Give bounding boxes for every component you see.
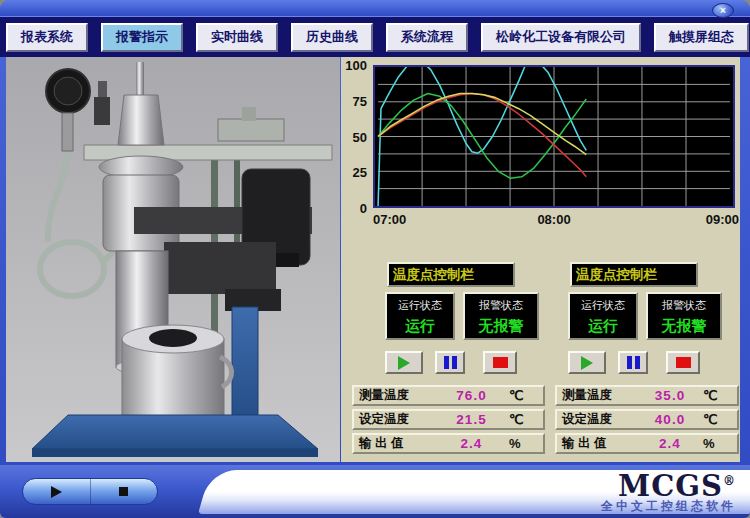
runtime-stop-button[interactable] [90, 479, 158, 504]
stand-column [232, 307, 258, 419]
group-title: 温度点控制栏 [387, 262, 515, 287]
stop-icon [119, 487, 128, 496]
measurement-table-2: 测量温度 35.0 ℃ 设定温度 40.0 ℃ 输 出 值 2.4 % [555, 385, 739, 457]
y-tick: 75 [353, 93, 367, 108]
pause-icon [627, 356, 640, 369]
pause-button[interactable] [435, 351, 465, 374]
run-status-value: 运行 [570, 317, 636, 336]
temperature-control-group-2: 温度点控制栏 运行状态 运行 报警状态 无报警 [568, 262, 724, 377]
table-row: 设定温度 40.0 ℃ [555, 409, 739, 430]
tab-realtime-curves[interactable]: 实时曲线 [196, 23, 278, 52]
close-button[interactable]: × [712, 3, 734, 18]
y-tick: 25 [353, 165, 367, 180]
brand-slogan: 全中文工控组态软件 [601, 498, 736, 515]
row-unit: % [703, 436, 737, 451]
row-label: 测量温度 [354, 387, 434, 404]
heating-pot [122, 325, 232, 425]
row-label: 输 出 值 [354, 435, 434, 452]
alarm-status-box: 报警状态 无报警 [646, 292, 722, 340]
x-axis-labels: 07:00 08:00 09:00 [373, 212, 735, 228]
row-value: 2.4 [637, 436, 703, 451]
status-bar: MCGS® 全中文工控组态软件 [0, 465, 750, 518]
alarm-status-label: 报警状态 [465, 298, 537, 313]
equipment-photo [6, 57, 340, 462]
y-tick: 100 [345, 58, 367, 73]
tab-touchscreen-config[interactable]: 触摸屏组态 [654, 23, 749, 52]
nav-tab-bar: 报表系统 报警指示 实时曲线 历史曲线 系统流程 松岭化工设备有限公司 触摸屏组… [0, 16, 750, 57]
play-icon [51, 486, 62, 498]
alarm-status-label: 报警状态 [648, 298, 720, 313]
row-unit: ℃ [509, 412, 543, 427]
top-clamp [218, 119, 284, 141]
equipment-photo-illustration [6, 57, 340, 462]
row-unit: ℃ [703, 388, 737, 403]
trend-plot-svg [375, 67, 733, 206]
run-status-label: 运行状态 [387, 298, 453, 313]
mcgs-logo: MCGS® 全中文工控组态软件 [601, 466, 736, 515]
temperature-control-group-1: 温度点控制栏 运行状态 运行 报警状态 无报警 [385, 262, 541, 377]
main-content: 1007550250 07:00 08:00 09:00 温度点控制栏 运行状态… [0, 57, 750, 462]
run-status-label: 运行状态 [570, 298, 636, 313]
pause-icon [444, 356, 457, 369]
x-tick: 07:00 [373, 212, 406, 227]
play-icon [581, 356, 593, 370]
row-unit: ℃ [703, 412, 737, 427]
stop-icon [676, 357, 691, 368]
y-tick: 0 [360, 201, 367, 216]
alarm-status-value: 无报警 [465, 317, 537, 336]
base-plate [32, 415, 318, 457]
tab-alarm-indication[interactable]: 报警指示 [101, 23, 183, 52]
trend-chart [373, 65, 735, 208]
title-bar: × [0, 0, 750, 16]
registered-mark: ® [723, 474, 736, 488]
hmi-window: × 报表系统 报警指示 实时曲线 历史曲线 系统流程 松岭化工设备有限公司 触摸… [0, 0, 750, 518]
tab-system-flow[interactable]: 系统流程 [386, 23, 468, 52]
row-value: 21.5 [434, 412, 509, 427]
row-label: 输 出 值 [557, 435, 637, 452]
row-value: 40.0 [637, 412, 703, 427]
tab-company-name[interactable]: 松岭化工设备有限公司 [481, 23, 641, 52]
table-row: 测量温度 76.0 ℃ [352, 385, 545, 406]
alarm-status-value: 无报警 [648, 317, 720, 336]
table-row: 设定温度 21.5 ℃ [352, 409, 545, 430]
tab-report-system[interactable]: 报表系统 [6, 23, 88, 52]
tab-history-curves[interactable]: 历史曲线 [291, 23, 373, 52]
group-title: 温度点控制栏 [570, 262, 698, 287]
measurement-table-1: 测量温度 76.0 ℃ 设定温度 21.5 ℃ 输 出 值 2.4 % [352, 385, 545, 457]
pause-button[interactable] [618, 351, 648, 374]
runtime-controls [22, 478, 158, 505]
table-row: 输 出 值 2.4 % [555, 433, 739, 454]
close-icon: × [720, 5, 726, 16]
stop-button[interactable] [666, 351, 700, 374]
row-value: 35.0 [637, 388, 703, 403]
start-button[interactable] [568, 351, 606, 374]
x-tick: 08:00 [537, 212, 570, 227]
run-status-value: 运行 [387, 317, 453, 336]
reactor-head [118, 95, 164, 145]
alarm-status-box: 报警状态 无报警 [463, 292, 539, 340]
row-label: 设定温度 [354, 411, 434, 428]
table-row: 输 出 值 2.4 % [352, 433, 545, 454]
row-value: 2.4 [434, 436, 509, 451]
y-axis-labels: 1007550250 [341, 65, 370, 208]
row-unit: ℃ [509, 388, 543, 403]
row-unit: % [509, 436, 543, 451]
runtime-start-button[interactable] [23, 479, 90, 504]
run-status-box: 运行状态 运行 [385, 292, 455, 340]
control-buttons [568, 351, 724, 375]
gear-block [164, 242, 276, 294]
row-value: 76.0 [434, 388, 509, 403]
control-buttons [385, 351, 541, 375]
x-tick: 09:00 [706, 212, 739, 227]
play-icon [398, 356, 410, 370]
start-button[interactable] [385, 351, 423, 374]
control-panel: 1007550250 07:00 08:00 09:00 温度点控制栏 运行状态… [341, 57, 740, 462]
stop-button[interactable] [483, 351, 517, 374]
run-status-box: 运行状态 运行 [568, 292, 638, 340]
y-tick: 50 [353, 129, 367, 144]
table-row: 测量温度 35.0 ℃ [555, 385, 739, 406]
row-label: 测量温度 [557, 387, 637, 404]
stop-icon [493, 357, 508, 368]
row-label: 设定温度 [557, 411, 637, 428]
